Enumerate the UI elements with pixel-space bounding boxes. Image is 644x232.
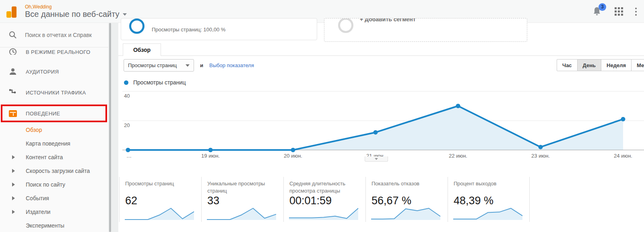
metric-value: 00:01:59 [289, 195, 360, 207]
select-metric-link[interactable]: Выбор показателя [209, 62, 254, 68]
sidebar-gap [111, 23, 118, 232]
metric-dropdown[interactable]: Просмотры страниц [124, 59, 194, 72]
granularity-hour-button[interactable]: Час [557, 59, 578, 71]
metric-sparkline [124, 206, 195, 220]
granularity-month-button[interactable]: Месяц [632, 59, 644, 71]
metric-card-bounce-rate[interactable]: Показатель отказов 56,67 % [365, 177, 448, 222]
svg-text:…: … [126, 153, 132, 159]
metric-sparkline [206, 206, 277, 220]
chevron-down-icon [186, 64, 190, 67]
segment-donut-icon [338, 18, 353, 33]
metric-card-pageviews[interactable]: Просмотры страниц 62 [119, 177, 201, 222]
sidebar-subitem-site-content[interactable]: Контент сайта [0, 150, 108, 164]
analytics-app: Oh,Wedding Все данные по веб-сайту 3 [0, 0, 644, 232]
expand-arrow-icon [12, 183, 15, 187]
sidebar-item-label: ПОВЕДЕНИЕ [26, 111, 60, 117]
add-segment-label: + Добавить сегмент [360, 18, 416, 23]
legend-series-label: Просмотры страниц [133, 79, 186, 86]
sidebar-subitem-behavior-flow[interactable]: Карта поведения [0, 137, 108, 150]
search-icon [9, 31, 17, 39]
chart-collapse-button[interactable] [365, 156, 388, 162]
sidebar-subitem-events[interactable]: События [0, 191, 108, 205]
granularity-week-button[interactable]: Неделя [601, 59, 632, 71]
tab-overview[interactable]: Обзор [123, 43, 161, 56]
metric-card-avg-time[interactable]: Средняя длительность просмотра страницы … [283, 177, 365, 222]
sidebar-item-realtime[interactable]: В РЕЖИМЕ РЕАЛЬНОГО [0, 48, 108, 55]
sidebar-item-label: АУДИТОРИЯ [26, 69, 59, 75]
chevron-down-icon [123, 13, 127, 16]
metric-title: Показатель отказов [372, 180, 442, 195]
notification-badge: 3 [599, 3, 606, 11]
pageviews-line-chart: 2040…19 июн.20 июн.21 июн.22 июн.23 июн.… [118, 88, 644, 162]
metric-cards-row: Просмотры страниц 62 Уникальные просмотр… [119, 177, 530, 222]
granularity-buttons: Час День Неделя Месяц [557, 59, 644, 71]
metric-value: 56,67 % [372, 195, 442, 207]
chart-legend: Просмотры страниц [124, 79, 186, 86]
segment-donut-icon [129, 18, 144, 34]
metric-value: 62 [125, 195, 196, 207]
metric-title: Средняя длительность просмотра страницы [289, 180, 360, 195]
search-placeholder: Поиск в отчетах и Справк [25, 32, 92, 38]
svg-text:40: 40 [124, 93, 130, 99]
sidebar-item-acquisition[interactable]: ИСТОЧНИКИ ТРАФИКА [0, 82, 108, 103]
sidebar: Поиск в отчетах и Справк В РЕЖИМЕ РЕАЛЬН… [0, 23, 111, 232]
apps-grid-icon[interactable] [615, 7, 623, 16]
svg-text:23 июн.: 23 июн. [531, 153, 550, 159]
active-segment-card[interactable]: Просмотры страниц: 100,00 % [121, 18, 317, 40]
property-title: Все данные по веб-сайту [25, 10, 120, 19]
conjunction-label: и [200, 62, 203, 68]
expand-arrow-icon [12, 210, 15, 214]
metric-title: Просмотры страниц [125, 180, 196, 195]
sidebar-scrollbar[interactable] [108, 23, 111, 232]
main-content: Просмотры страниц: 100,00 % + Добавить с… [118, 23, 644, 232]
sidebar-item-behavior[interactable]: ПОВЕДЕНИЕ [0, 103, 108, 124]
sidebar-item-audience[interactable]: АУДИТОРИЯ [0, 61, 108, 82]
svg-text:24 июн.: 24 июн. [614, 153, 632, 159]
sidebar-item-label: В РЕЖИМЕ РЕАЛЬНОГО [26, 49, 91, 55]
metric-sparkline [371, 206, 442, 220]
sidebar-subitem-publishers[interactable]: Издатели [0, 205, 108, 219]
expand-arrow-icon [12, 169, 15, 173]
sidebar-subitem-experiments[interactable]: Эксперименты [0, 219, 108, 232]
metric-title: Уникальные просмотры страниц [207, 180, 278, 195]
traffic-sources-icon [9, 88, 17, 96]
metric-sparkline [453, 206, 524, 220]
clock-icon [9, 48, 17, 55]
metric-dropdown-value: Просмотры страниц [128, 62, 177, 68]
sidebar-subitem-site-speed[interactable]: Скорость загрузки сайта [0, 164, 108, 178]
line-chart-svg: 2040…19 июн.20 июн.21 июн.22 июн.23 июн.… [118, 88, 644, 162]
metric-value: 33 [207, 195, 278, 207]
svg-text:20 июн.: 20 июн. [284, 153, 302, 159]
metric-title: Процент выходов [454, 180, 524, 195]
sidebar-subitem-overview[interactable]: Обзор [0, 123, 108, 137]
sidebar-item-label: ИСТОЧНИКИ ТРАФИКА [26, 90, 86, 96]
metric-sparkline [289, 206, 359, 220]
expand-arrow-icon [12, 196, 15, 200]
search-input[interactable]: Поиск в отчетах и Справк [0, 23, 108, 47]
expand-arrow-icon [12, 155, 15, 159]
segment-label: Просмотры страниц: 100,00 % [152, 27, 225, 33]
metric-card-exit-rate[interactable]: Процент выходов 48,39 % [448, 177, 530, 222]
legend-dot-icon [124, 80, 128, 85]
metric-value: 48,39 % [454, 195, 524, 207]
notifications-button[interactable]: 3 [592, 6, 603, 17]
behavior-icon [9, 110, 17, 117]
sidebar-subitem-site-search[interactable]: Поиск по сайту [0, 178, 108, 191]
person-icon [9, 68, 17, 76]
metric-card-unique-pageviews[interactable]: Уникальные просмотры страниц 33 [201, 177, 283, 222]
analytics-logo-icon[interactable] [6, 5, 19, 18]
account-name: Oh,Wedding [25, 4, 52, 10]
property-selector[interactable]: Все данные по веб-сайту [25, 10, 127, 19]
svg-text:20: 20 [124, 122, 130, 128]
scrollbar-thumb[interactable] [109, 23, 111, 232]
app-header: Oh,Wedding Все данные по веб-сайту 3 [0, 0, 644, 23]
chevron-down-icon [375, 158, 378, 160]
granularity-day-button[interactable]: День [578, 59, 602, 71]
add-segment-card[interactable]: + Добавить сегмент [324, 18, 527, 42]
svg-text:22 июн.: 22 июн. [449, 153, 467, 159]
svg-text:19 июн.: 19 июн. [201, 153, 220, 159]
more-options-icon[interactable] [635, 8, 637, 16]
